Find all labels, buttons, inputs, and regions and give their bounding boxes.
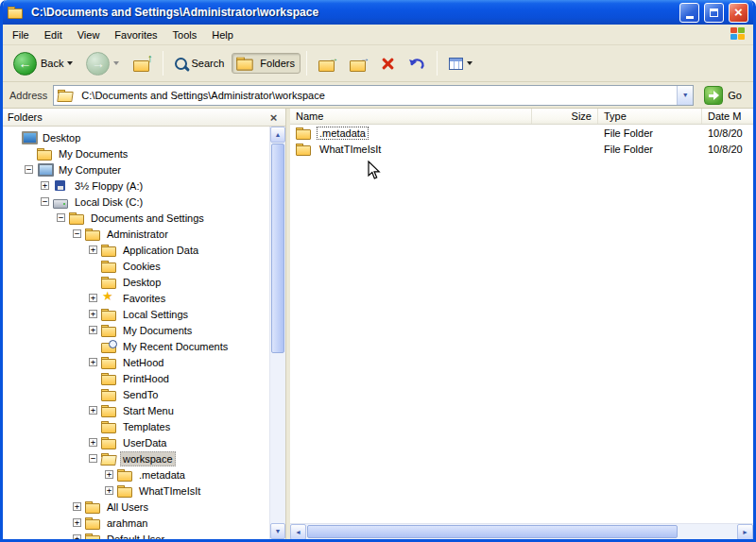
expand-toggle-icon[interactable]: + [41,181,49,190]
tree-item-desktop[interactable]: Desktop [3,274,269,290]
back-dropdown-icon[interactable] [67,61,73,65]
minimize-button[interactable] [679,3,699,23]
tree-item-desktop[interactable]: Desktop [3,129,269,145]
tree-vertical-scrollbar[interactable] [269,127,285,539]
expand-toggle-icon[interactable]: + [105,470,113,479]
tree-item-my-documents[interactable]: My Documents [3,145,269,161]
tree-item-arahman[interactable]: +arahman [3,515,269,531]
file-date-cell: 10/8/20 [702,127,753,139]
tree-item-userdata[interactable]: +UserData [3,434,269,450]
tree-item-label: PrintHood [120,371,172,386]
menu-view[interactable]: View [70,25,108,44]
back-button[interactable]: Back [8,48,78,79]
forward-button[interactable] [80,48,125,79]
tree-item-my-recent-documents[interactable]: My Recent Documents [3,338,269,354]
file-row-metadata[interactable]: .metadataFile Folder10/8/20 [290,125,753,141]
address-label: Address [9,90,47,101]
tree-item-my-documents[interactable]: +My Documents [3,322,269,338]
folder-icon [101,420,117,433]
folder-tree-wrap: DesktopMy Documents−My Computer+3½ Flopp… [3,127,285,539]
tree-item-my-computer[interactable]: −My Computer [3,161,269,178]
tree-item-all-users[interactable]: +All Users [3,499,269,515]
file-list: .metadataFile Folder10/8/20WhatTImeIsItF… [290,125,753,523]
scroll-thumb[interactable] [307,525,678,538]
collapse-toggle-icon[interactable]: − [89,454,97,463]
tree-item-start-menu[interactable]: +Start Menu [3,402,269,418]
expand-toggle-icon[interactable]: + [89,438,97,447]
file-name: WhatTImeIsIt [317,143,384,156]
scroll-left-button[interactable] [290,524,306,540]
column-header-type[interactable]: Type [598,109,702,124]
folder-icon [101,356,117,369]
undo-button[interactable] [403,52,431,75]
window-folder-icon [8,6,24,19]
tree-item-sendto[interactable]: SendTo [3,386,269,402]
expand-toggle-icon[interactable]: + [105,486,113,495]
scroll-down-button[interactable] [270,523,285,539]
collapse-toggle-icon[interactable]: − [41,197,49,206]
scroll-track[interactable] [306,524,737,539]
expand-toggle-icon[interactable]: + [89,310,97,318]
title-bar[interactable]: C:\Documents and Settings\Administrator\… [3,0,753,25]
tree-item-favorites[interactable]: +Favorites [3,290,269,306]
views-button[interactable] [443,54,478,74]
scroll-thumb[interactable] [271,144,284,353]
tree-item-whattimeisit[interactable]: +WhatTImeIsIt [3,483,269,499]
close-button[interactable] [729,3,748,23]
views-dropdown-icon[interactable] [467,61,472,65]
tree-item-label: SendTo [120,387,161,402]
go-button[interactable]: Go [699,84,747,107]
tree-item-3-floppy-a[interactable]: +3½ Floppy (A:) [3,178,269,194]
tree-item-local-settings[interactable]: +Local Settings [3,306,269,322]
expand-toggle-icon[interactable]: + [89,406,97,415]
forward-dropdown-icon[interactable] [113,61,119,65]
close-folders-pane-button[interactable] [266,110,281,125]
menu-help[interactable]: Help [204,25,241,44]
move-to-icon [318,57,336,71]
menu-favorites[interactable]: Favorites [107,25,164,44]
scroll-track[interactable] [270,143,285,523]
tree-item-cookies[interactable]: Cookies [3,258,269,274]
address-input[interactable]: C:\Documents and Settings\Administrator\… [53,85,694,106]
column-header-name[interactable]: Name [290,109,532,124]
tree-item-printhood[interactable]: PrintHood [3,370,269,386]
list-horizontal-scrollbar[interactable] [290,523,753,539]
address-dropdown-button[interactable] [677,86,693,105]
folder-docs-icon [37,147,53,161]
up-button[interactable] [127,53,157,75]
expand-toggle-icon[interactable]: + [89,326,97,334]
column-header-size[interactable]: Size [532,109,598,124]
expand-toggle-icon[interactable]: + [89,358,97,366]
file-row-whattimeisit[interactable]: WhatTImeIsItFile Folder10/8/20 [290,141,753,157]
tree-item-workspace[interactable]: −workspace [3,450,269,466]
folder-icon [117,484,133,498]
scroll-right-button[interactable] [737,524,753,540]
menu-tools[interactable]: Tools [165,25,205,44]
collapse-toggle-icon[interactable]: − [25,165,33,174]
maximize-button[interactable] [704,3,724,23]
menu-edit[interactable]: Edit [37,25,70,44]
expand-toggle-icon[interactable]: + [73,518,81,527]
tree-item-local-disk-c[interactable]: −Local Disk (C:) [3,194,269,210]
collapse-toggle-icon[interactable]: − [73,229,81,238]
search-button[interactable]: Search [169,54,230,74]
tree-item-templates[interactable]: Templates [3,418,269,434]
tree-item-default-user[interactable]: +Default User [3,531,269,539]
tree-item-application-data[interactable]: +Application Data [3,242,269,258]
expand-toggle-icon[interactable]: + [89,246,97,254]
tree-item-nethood[interactable]: +NetHood [3,354,269,370]
copy-to-button[interactable] [344,53,373,75]
scroll-up-button[interactable] [270,127,285,143]
tree-item-documents-and-settings[interactable]: −Documents and Settings [3,210,269,226]
tree-item-metadata[interactable]: +.metadata [3,466,269,483]
expand-toggle-icon[interactable]: + [73,502,81,511]
collapse-toggle-icon[interactable]: − [57,213,65,222]
column-header-date-m[interactable]: Date M [702,109,753,124]
expand-toggle-icon[interactable]: + [73,534,81,539]
expand-toggle-icon[interactable]: + [89,294,97,302]
move-to-button[interactable] [313,53,342,75]
delete-button[interactable] [375,53,401,75]
tree-item-administrator[interactable]: −Administrator [3,226,269,242]
menu-file[interactable]: File [5,25,37,44]
folders-button[interactable]: Folders [232,53,301,74]
